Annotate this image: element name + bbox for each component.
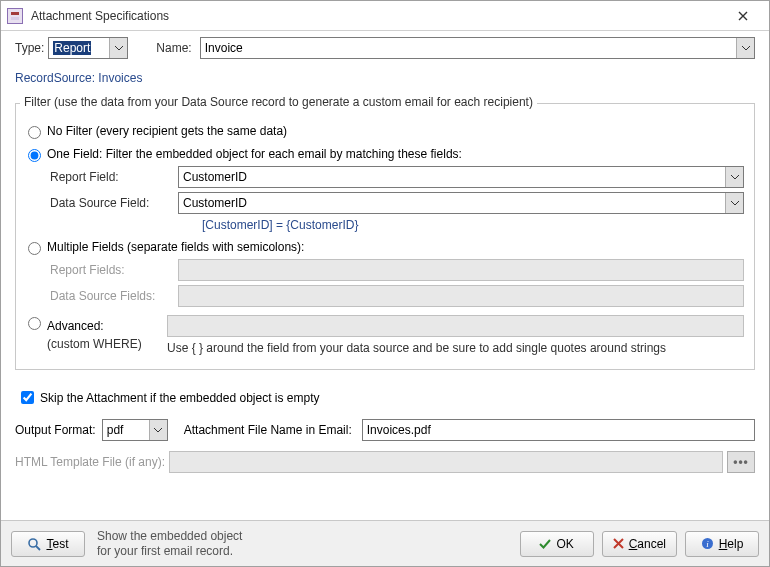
close-icon (738, 11, 748, 21)
browse-template-button[interactable]: ••• (727, 451, 755, 473)
attachment-filename-input[interactable] (362, 419, 755, 441)
advanced-where-input (167, 315, 744, 337)
data-source-field-dropdown[interactable]: CustomerID (178, 192, 744, 214)
ellipsis-icon: ••• (733, 455, 749, 469)
report-field-label: Report Field: (50, 170, 178, 184)
ok-label: OK (556, 537, 573, 551)
report-fields-label: Report Fields: (50, 263, 178, 277)
report-field-dropdown[interactable]: CustomerID (178, 166, 744, 188)
advanced-hint: Use { } around the field from your data … (167, 337, 744, 355)
chevron-down-icon (736, 38, 754, 58)
filter-groupbox: Filter (use the data from your Data Sour… (15, 103, 755, 370)
close-button[interactable] (723, 2, 763, 30)
data-source-field-value: CustomerID (179, 193, 725, 213)
x-icon (613, 538, 624, 549)
skip-attachment-label[interactable]: Skip the Attachment if the embedded obje… (40, 391, 320, 405)
advanced-radio[interactable] (28, 317, 41, 330)
data-source-field-label: Data Source Field: (50, 196, 178, 210)
data-source-fields-input (178, 285, 744, 307)
one-field-label[interactable]: One Field: Filter the embedded object fo… (47, 147, 462, 161)
name-label: Name: (156, 37, 191, 59)
type-label: Type: (15, 37, 44, 59)
html-template-input (169, 451, 723, 473)
report-fields-input (178, 259, 744, 281)
html-template-label: HTML Template File (if any): (15, 455, 165, 469)
filter-legend: Filter (use the data from your Data Sour… (20, 95, 537, 109)
cancel-button[interactable]: Cancel (602, 531, 677, 557)
svg-point-0 (29, 539, 37, 547)
filter-expression: [CustomerID] = {CustomerID} (202, 218, 744, 232)
type-value: Report (53, 41, 91, 55)
check-icon (539, 538, 551, 550)
titlebar: Attachment Specifications (1, 1, 769, 31)
ok-button[interactable]: OK (520, 531, 594, 557)
no-filter-radio[interactable] (28, 126, 41, 139)
svg-line-1 (36, 546, 40, 550)
test-button[interactable]: Test (11, 531, 85, 557)
output-format-value: pdf (103, 420, 149, 440)
help-icon: i (701, 537, 714, 550)
output-format-dropdown[interactable]: pdf (102, 419, 168, 441)
name-dropdown[interactable]: Invoice (200, 37, 755, 59)
test-hint: Show the embedded object for your first … (97, 529, 242, 559)
skip-attachment-checkbox[interactable] (21, 391, 34, 404)
chevron-down-icon (725, 193, 743, 213)
help-button[interactable]: i Help (685, 531, 759, 557)
name-value: Invoice (201, 38, 736, 58)
window-title: Attachment Specifications (31, 9, 169, 23)
dialog-footer: Test Show the embedded object for your f… (1, 520, 769, 566)
magnifier-icon (27, 537, 41, 551)
test-button-rest: est (52, 537, 68, 551)
multiple-fields-radio[interactable] (28, 242, 41, 255)
type-dropdown[interactable]: Report (48, 37, 128, 59)
chevron-down-icon (109, 38, 127, 58)
advanced-sublabel: (custom WHERE) (47, 337, 167, 355)
multiple-fields-label[interactable]: Multiple Fields (separate fields with se… (47, 240, 304, 254)
output-format-label: Output Format: (15, 423, 96, 437)
chevron-down-icon (149, 420, 167, 440)
data-source-fields-label: Data Source Fields: (50, 289, 178, 303)
advanced-label[interactable]: Advanced: (47, 319, 104, 333)
attachment-filename-label: Attachment File Name in Email: (184, 423, 352, 437)
record-source-label: RecordSource: Invoices (15, 71, 755, 85)
app-icon (7, 8, 23, 24)
chevron-down-icon (725, 167, 743, 187)
no-filter-label[interactable]: No Filter (every recipient gets the same… (47, 124, 287, 138)
one-field-radio[interactable] (28, 149, 41, 162)
report-field-value: CustomerID (179, 167, 725, 187)
